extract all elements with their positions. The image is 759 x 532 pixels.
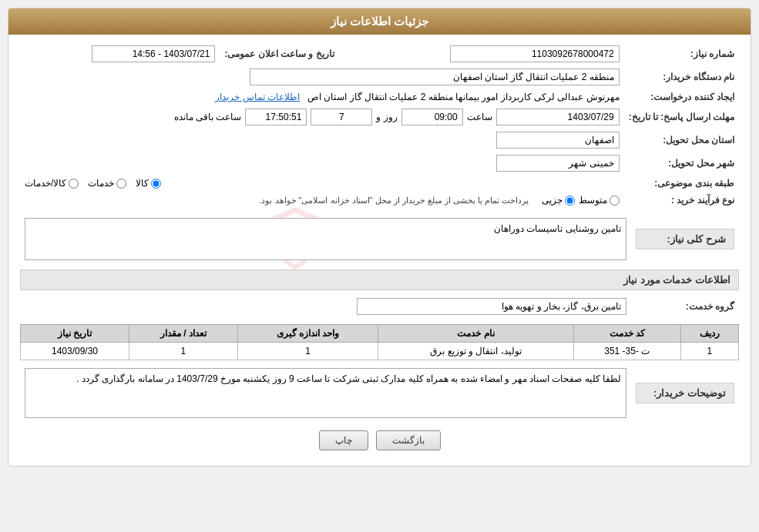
creator-value: مهرنوش عبدالی لرکی کاربرداز امور بیمانها… — [307, 92, 620, 102]
announce-datetime-value: 1403/07/21 - 14:56 — [92, 45, 215, 62]
buyer-org-value: منطقه 2 عملیات انتقال گاز استان اصفهان — [250, 69, 620, 85]
reply-remaining-label: ساعت باقی مانده — [174, 112, 242, 122]
category-khadamat-label: خدمات — [88, 178, 114, 189]
purchase-jozee-radio[interactable] — [565, 196, 575, 206]
general-desc-section-header: شرح کلی نیاز: — [636, 229, 734, 249]
print-button[interactable]: چاپ — [319, 430, 368, 450]
general-desc-table: شرح کلی نیاز: تامین روشنایی تاسیسات دورا… — [20, 215, 739, 263]
service-group-value: تامین برق، گاز، بخار و تهویه هوا — [357, 298, 626, 315]
top-info-table: شماره نیاز: 1103092678000472 تاریخ و ساع… — [20, 42, 739, 209]
th-need-date: تاریخ نیاز — [21, 325, 129, 343]
purchase-note: پرداخت تمام یا بخشی از مبلغ خریدار از مح… — [259, 196, 529, 206]
city-value: خمینی شهر — [496, 155, 620, 172]
purchase-type-label: نوع فرآیند خرید : — [624, 192, 739, 209]
cell-service-name: تولید، انتقال و توزیع برق — [378, 343, 573, 360]
service-group-label: گروه خدمت: — [631, 295, 739, 318]
service-group-table: گروه خدمت: تامین برق، گاز، بخار و تهویه … — [20, 295, 739, 318]
reply-deadline-label: مهلت ارسال پاسخ: تا تاریخ: — [624, 105, 739, 129]
announce-datetime-label: تاریخ و ساعت اعلان عمومی: — [220, 42, 338, 65]
reply-remaining-value: 17:50:51 — [245, 109, 307, 125]
cell-service-code: ت -35- 351 — [573, 343, 680, 360]
card-header: جزئیات اطلاعات نیاز — [8, 8, 751, 35]
th-row-num: ردیف — [680, 325, 738, 343]
th-service-code: کد خدمت — [573, 325, 680, 343]
main-card: جزئیات اطلاعات نیاز شماره نیاز: 11030926… — [8, 8, 751, 467]
purchase-motavasset-radio[interactable] — [610, 196, 620, 206]
need-number-label: شماره نیاز: — [624, 42, 739, 65]
page-title: جزئیات اطلاعات نیاز — [331, 15, 428, 28]
buyer-notes-table: توضیحات خریدار: لطفا کلیه صفحات اسناد مه… — [20, 365, 739, 421]
reply-date-value: 1403/07/29 — [496, 109, 620, 125]
reply-days-label: روز و — [376, 112, 397, 122]
th-quantity: تعداد / مقدار — [129, 325, 237, 343]
page-wrapper: جزئیات اطلاعات نیاز شماره نیاز: 11030926… — [0, 0, 759, 532]
general-desc-value: تامین روشنایی تاسیسات دوراهان — [25, 218, 626, 260]
category-kala-khadamat-radio[interactable] — [69, 179, 79, 189]
purchase-type-row: متوسط جزیی پرداخت تمام یا بخشی از مبلغ خ… — [25, 195, 620, 206]
th-service-name: نام خدمت — [378, 325, 573, 343]
cell-need-date: 1403/09/30 — [21, 343, 129, 360]
table-row: 1 ت -35- 351 تولید، انتقال و توزیع برق 1… — [21, 343, 739, 360]
category-kala-khadamat-label: کالا/خدمات — [25, 178, 66, 189]
cell-quantity: 1 — [129, 343, 237, 360]
category-label: طبقه بندی موضوعی: — [624, 175, 739, 192]
cell-row-num: 1 — [680, 343, 738, 360]
purchase-jozee-option[interactable]: جزیی — [542, 195, 575, 206]
category-kala-option[interactable]: کالا — [136, 178, 161, 189]
reply-time-value: 09:00 — [401, 109, 463, 125]
category-khadamat-option[interactable]: خدمات — [88, 178, 126, 189]
buyer-notes-value: لطفا کلیه صفحات اسناد مهر و امضاء شده به… — [25, 368, 626, 418]
th-unit: واحد اندازه گیری — [237, 325, 378, 343]
services-section-header: اطلاعات خدمات مورد نیاز — [20, 269, 739, 290]
buyer-notes-wrapper: لطفا کلیه صفحات اسناد مهر و امضاء شده به… — [25, 368, 626, 418]
category-kala-radio[interactable] — [151, 179, 161, 189]
city-label: شهر محل تحویل: — [624, 152, 739, 175]
back-button[interactable]: بازگشت — [376, 430, 441, 450]
category-radio-group: کالا/خدمات خدمات کالا — [25, 178, 620, 189]
cell-unit: 1 — [237, 343, 378, 360]
province-label: استان محل تحویل: — [624, 129, 739, 152]
creator-contact-link[interactable]: اطلاعات تماس خریدار — [215, 92, 300, 102]
category-khadamat-radio[interactable] — [116, 179, 126, 189]
reply-time-label: ساعت — [467, 112, 492, 122]
buyer-notes-label: توضیحات خریدار: — [636, 383, 734, 403]
reply-deadline-row: 1403/07/29 ساعت 09:00 روز و 7 17:50:51 س… — [25, 109, 620, 125]
buyer-org-label: نام دستگاه خریدار: — [624, 65, 739, 89]
general-desc-label-cell: شرح کلی نیاز: — [631, 215, 739, 263]
purchase-motavasset-option[interactable]: متوسط — [579, 195, 620, 206]
need-number-value: 1103092678000472 — [450, 45, 620, 62]
general-desc-wrapper: تامین روشنایی تاسیسات دوراهان — [25, 218, 626, 260]
purchase-jozee-label: جزیی — [542, 195, 563, 206]
card-body: شماره نیاز: 1103092678000472 تاریخ و ساع… — [8, 35, 751, 466]
province-value: اصفهان — [496, 132, 620, 149]
button-row: بازگشت چاپ — [20, 430, 739, 458]
category-kala-khadamat-option[interactable]: کالا/خدمات — [25, 178, 79, 189]
purchase-motavasset-label: متوسط — [579, 195, 607, 206]
creator-label: ایجاد کننده درخواست: — [624, 89, 739, 105]
reply-days-value: 7 — [311, 109, 372, 125]
category-kala-label: کالا — [136, 178, 149, 189]
services-table: ردیف کد خدمت نام خدمت واحد اندازه گیری ت… — [20, 324, 739, 360]
